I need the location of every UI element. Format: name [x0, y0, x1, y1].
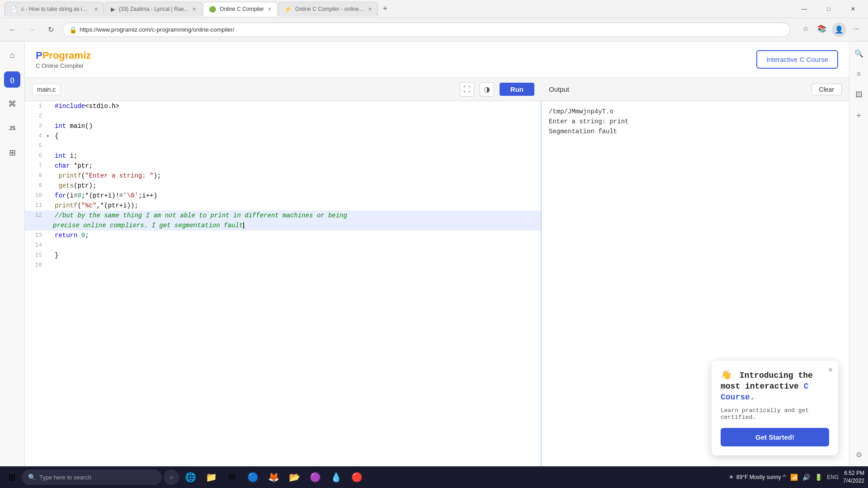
code-line-1: 1 #include<stdio.h> [25, 101, 541, 111]
code-line-8: 8 printf("Enter a string: "); [25, 171, 541, 181]
browser-tab-tab1[interactable]: 📄c - How to take string as input u...✕ [5, 2, 104, 16]
code-line-12: 12 //but by the same thing I am not able… [25, 211, 541, 230]
page-header: PProgramiz C Online Compiler Interactive… [25, 42, 849, 78]
tray-network-icon[interactable]: 📶 [790, 474, 798, 481]
code-line-5: 5 [25, 141, 541, 151]
right-sidebar-menu-icon[interactable]: ≡ [853, 68, 865, 80]
output-content: /tmp/JMmwjnp4yT.o Enter a string: print … [542, 101, 849, 466]
close-button[interactable]: ✕ [843, 2, 863, 16]
taskbar-app-explorer[interactable]: 📁 [202, 468, 221, 487]
popup-title: 👋 Introducing the most interactive C Cou… [721, 370, 829, 403]
menu-icon[interactable]: ··· [850, 23, 863, 35]
browser-tab-tab3[interactable]: 🟢Online C Compiler✕ [203, 2, 278, 16]
sidebar-item-home[interactable]: ⌂ [4, 47, 20, 63]
popup-close-button[interactable]: ✕ [828, 365, 833, 374]
code-editor-container: main.c ⛶ ◑ Run 1 #include<stdio.h> 2 [25, 78, 542, 466]
output-line-1: /tmp/JMmwjnp4yT.o [549, 107, 842, 117]
tray-chevron-icon[interactable]: ^ [783, 474, 786, 481]
editor-output-area: main.c ⛶ ◑ Run 1 #include<stdio.h> 2 [25, 78, 849, 466]
code-line-4: 4 ▸ { [25, 131, 541, 141]
taskbar-search-box[interactable]: 🔍 Type here to search [22, 469, 162, 485]
main-layout: ⌂ {} ⌘ JS ⊞ PProgramiz C Online Compiler… [0, 42, 868, 466]
logo-text: PProgramiz [36, 50, 91, 61]
output-panel: Output Clear /tmp/JMmwjnp4yT.o Enter a s… [542, 78, 849, 466]
fullscreen-button[interactable]: ⛶ [460, 82, 474, 97]
page-content: PProgramiz C Online Compiler Interactive… [25, 42, 849, 466]
clock-date: 7/4/2022 [843, 477, 864, 485]
taskbar-app-firefox[interactable]: 🦊 [264, 468, 283, 487]
maximize-button[interactable]: □ [818, 2, 839, 16]
favorites-icon[interactable]: ☆ [799, 23, 812, 35]
output-line-3: Segmentation fault [549, 127, 842, 136]
code-line-9: 9 gets(ptr); [25, 181, 541, 191]
code-line-6: 6 int i; [25, 151, 541, 161]
popup-subtitle: Learn practically and get certified. [721, 407, 829, 421]
code-line-16: 16 [25, 260, 541, 270]
weather-icon: ☀ [729, 474, 734, 480]
browser-tab-tab2[interactable]: ▶(33) Zaalima - Lyrical | Rae...✕ [105, 2, 202, 16]
collections-icon[interactable]: 📚 [816, 23, 828, 35]
tray-battery-icon[interactable]: 🔋 [815, 474, 822, 481]
sidebar-item-code[interactable]: {} [4, 71, 20, 88]
code-line-13: 13 return 0; [25, 230, 541, 240]
code-line-11: 11 printf("%c",*(ptr+i)); [25, 201, 541, 211]
theme-button[interactable]: ◑ [480, 82, 494, 97]
sidebar-item-js[interactable]: JS [4, 120, 20, 136]
code-line-2: 2 [25, 111, 541, 121]
sidebar-item-database[interactable]: ⊞ [4, 145, 20, 161]
address-bar: ← → ↻ 🔒 https://www.programiz.com/c-prog… [0, 18, 868, 42]
browser-tab-tab4[interactable]: ⚡Online C Compiler - online edit...✕ [278, 2, 378, 16]
tab-close-tab2[interactable]: ✕ [192, 6, 196, 12]
code-line-14: 14 [25, 240, 541, 250]
clear-button[interactable]: Clear [811, 84, 842, 95]
output-title: Output [549, 85, 569, 93]
right-sidebar-image-icon[interactable]: 🖼 [853, 89, 865, 101]
taskbar-app-browser[interactable]: 🔵 [243, 468, 262, 487]
weather-text: 89°F Mostly sunny [736, 474, 781, 480]
taskbar-app-mail[interactable]: ✉ [222, 468, 241, 487]
forward-button[interactable]: → [24, 23, 39, 37]
taskbar-app-2[interactable]: 💧 [326, 468, 345, 487]
weather-widget[interactable]: ☀ 89°F Mostly sunny [729, 474, 781, 480]
taskbar: ⊞ 🔍 Type here to search ○ 🌐 📁 ✉ 🔵 🦊 📂 🟣 … [0, 466, 868, 488]
popup-card: ✕ 👋 Introducing the most interactive C C… [712, 361, 838, 455]
address-input[interactable]: 🔒 https://www.programiz.com/c-programmin… [62, 23, 790, 37]
file-tab[interactable]: main.c [32, 84, 61, 95]
address-icons: ☆ 📚 👤 ··· [799, 23, 863, 37]
taskbar-clock: 6:52 PM 7/4/2022 [843, 469, 864, 485]
taskbar-app-1[interactable]: 🟣 [306, 468, 325, 487]
tab-close-tab4[interactable]: ✕ [368, 6, 372, 12]
popup-emoji: 👋 [721, 370, 732, 380]
taskbar-search-placeholder: Type here to search [39, 474, 91, 481]
taskbar-app-files[interactable]: 📂 [285, 468, 304, 487]
taskbar-app-3[interactable]: 🔴 [347, 468, 366, 487]
right-sidebar-search-icon[interactable]: 🔍 [853, 47, 865, 60]
output-line-2: Enter a string: print [549, 117, 842, 127]
tray-sound-icon[interactable]: 🔊 [802, 474, 810, 481]
popup-highlight: C Course. [721, 382, 808, 401]
popup-cta-button[interactable]: Get Started! [721, 428, 829, 446]
tray-lang[interactable]: ENG [827, 474, 839, 480]
code-editor[interactable]: 1 #include<stdio.h> 2 3 int main() [25, 101, 542, 466]
editor-header: main.c ⛶ ◑ Run [25, 78, 542, 101]
tab-close-tab3[interactable]: ✕ [268, 6, 272, 12]
start-button[interactable]: ⊞ [4, 469, 20, 485]
back-button[interactable]: ← [5, 23, 20, 37]
refresh-button[interactable]: ↻ [43, 23, 58, 37]
right-sidebar: 🔍 ≡ 🖼 + ⚙ [849, 42, 868, 466]
cortana-button[interactable]: ○ [164, 469, 179, 485]
clock-time: 6:52 PM [843, 469, 864, 477]
taskbar-app-edge[interactable]: 🌐 [181, 468, 200, 487]
window-controls: — □ ✕ [794, 2, 863, 16]
code-line-15: 15 } [25, 250, 541, 260]
interactive-course-button[interactable]: Interactive C Course [756, 50, 838, 69]
right-sidebar-add-icon[interactable]: + [853, 109, 865, 122]
logo-area: PProgramiz C Online Compiler [36, 50, 91, 69]
profile-icon[interactable]: 👤 [832, 23, 846, 37]
tab-close-tab1[interactable]: ✕ [94, 6, 98, 12]
run-button[interactable]: Run [500, 83, 534, 96]
right-sidebar-settings-icon[interactable]: ⚙ [853, 448, 865, 461]
add-tab-button[interactable]: + [379, 3, 392, 15]
minimize-button[interactable]: — [794, 2, 815, 16]
sidebar-item-terminal[interactable]: ⌘ [4, 96, 20, 112]
